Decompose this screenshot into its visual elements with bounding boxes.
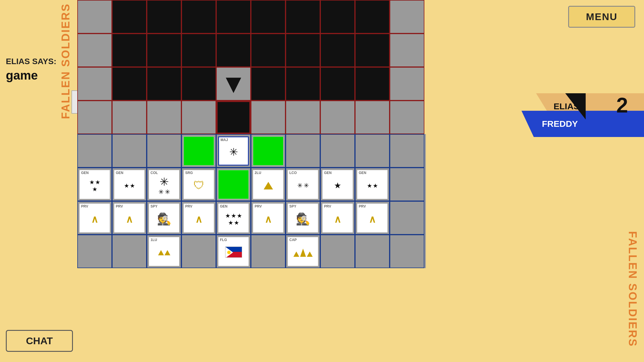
prv-3-icon: ∧ <box>195 213 202 225</box>
flg-icon <box>225 247 242 258</box>
cell-e1-3 <box>181 0 216 34</box>
player-cell-r1-5[interactable] <box>251 134 286 168</box>
prv-0-rank: PRV <box>81 205 88 208</box>
cell-e1-8 <box>355 0 390 34</box>
player-cell-r2-0[interactable]: GEN ★★ ★ <box>77 168 112 201</box>
cell-e3-9 <box>390 67 424 101</box>
cell-nml-7 <box>320 101 355 134</box>
cell-e2-3 <box>181 34 216 67</box>
score-display: 2 <box>616 93 628 117</box>
piece-spy-0[interactable]: SPY 🕵 <box>149 203 179 233</box>
player-cell-r1-4[interactable]: MAJ ✳ <box>216 134 251 168</box>
player-cell-r3-2[interactable]: SPY 🕵 <box>147 201 181 235</box>
player-cell-r4-8 <box>355 235 390 268</box>
gen-2star-b-rank: GEN <box>359 171 366 175</box>
piece-green-2[interactable] <box>253 136 284 166</box>
piece-prv-8[interactable]: PRV ∧ <box>357 203 388 233</box>
player-row-1: MAJ ✳ <box>77 134 426 168</box>
prv-8-icon: ∧ <box>369 213 376 225</box>
spy-0-rank: SPY <box>150 205 158 208</box>
player-cell-r4-6[interactable]: CAP <box>286 235 320 268</box>
player-cell-r2-2[interactable]: COL ✳ ✳✳ <box>147 168 181 201</box>
maj-icon: ✳ <box>229 146 238 158</box>
piece-flg[interactable]: FLG <box>218 237 249 266</box>
player-cell-r2-5[interactable]: 2LU <box>251 168 286 201</box>
player-cell-r3-1[interactable]: PRV ∧ <box>112 201 147 235</box>
piece-prv-7[interactable]: PRV ∧ <box>322 203 353 233</box>
piece-2lu[interactable]: 2LU <box>253 170 284 199</box>
cap-rank: CAP <box>289 238 297 242</box>
piece-green-1[interactable] <box>183 136 214 166</box>
player-cell-r3-6[interactable]: SPY 🕵 <box>286 201 320 235</box>
player-cell-r2-7[interactable]: GEN ★ <box>320 168 355 201</box>
cell-e3-6 <box>286 67 320 101</box>
piece-prv-1[interactable]: PRV ∧ <box>114 203 145 233</box>
player-cell-r1-2 <box>147 134 181 168</box>
player-cell-r3-3[interactable]: PRV ∧ <box>181 201 216 235</box>
piece-prv-5[interactable]: PRV ∧ <box>253 203 284 233</box>
piece-gen-3star[interactable]: GEN ★★ ★ <box>79 170 110 199</box>
cell-e2-7 <box>320 34 355 67</box>
player-cell-r1-6 <box>286 134 320 168</box>
right-sidebar: MENU ELIAS 2 FREDDY FALLEN SOLDIERS <box>426 0 644 362</box>
gen-1star-rank: GEN <box>324 171 332 175</box>
player-cell-r3-5[interactable]: PRV ∧ <box>251 201 286 235</box>
cell-e3-7 <box>320 67 355 101</box>
piece-maj[interactable]: MAJ ✳ <box>218 136 249 166</box>
piece-gen-2star-b[interactable]: GEN ★★ <box>357 170 388 199</box>
piece-gen-5star[interactable]: GEN ★★★ ★★ <box>218 203 249 233</box>
player-cell-r3-9 <box>390 201 424 235</box>
player-cell-r2-4[interactable] <box>216 168 251 201</box>
player-cell-r4-7 <box>320 235 355 268</box>
spy-1-icon: 🕵 <box>296 212 310 226</box>
player-cell-r1-9 <box>390 134 424 168</box>
gen-3star-rank: GEN <box>81 171 89 175</box>
gen-2star-rank: GEN <box>116 171 123 175</box>
cell-e3-4-arrow: ▼ <box>216 67 251 101</box>
piece-lco[interactable]: LCO ✳✳ <box>288 170 318 199</box>
player-cell-r3-0[interactable]: PRV ∧ <box>77 201 112 235</box>
piece-1lu[interactable]: 1LU <box>149 237 179 266</box>
player-cell-r3-8[interactable]: PRV ∧ <box>355 201 390 235</box>
gen-2star-icon: ★★ <box>124 182 135 189</box>
cell-nml-4-selected[interactable] <box>216 101 251 134</box>
player-cell-r2-1[interactable]: GEN ★★ <box>112 168 147 201</box>
player-cell-r1-8 <box>355 134 390 168</box>
chat-button[interactable]: CHAT <box>6 330 73 352</box>
piece-cap[interactable]: CAP <box>288 237 318 266</box>
player-cell-r2-8[interactable]: GEN ★★ <box>355 168 390 201</box>
player-cell-r1-0 <box>77 134 112 168</box>
piece-srg[interactable]: SRG 🛡 <box>183 170 214 199</box>
player-cell-r3-4[interactable]: GEN ★★★ ★★ <box>216 201 251 235</box>
prv-1-icon: ∧ <box>126 213 133 225</box>
piece-prv-3[interactable]: PRV ∧ <box>183 203 214 233</box>
piece-gen-1star[interactable]: GEN ★ <box>322 170 353 199</box>
cell-nml-9 <box>390 101 424 134</box>
prv-1-rank: PRV <box>116 205 123 208</box>
menu-button[interactable]: MENU <box>568 6 635 28</box>
piece-prv-0[interactable]: PRV ∧ <box>79 203 110 233</box>
piece-col[interactable]: COL ✳ ✳✳ <box>149 170 179 199</box>
piece-gen-2star[interactable]: GEN ★★ <box>114 170 145 199</box>
gen-5star-icon: ★★★ ★★ <box>225 212 242 226</box>
enemy-row-3: ▼ <box>77 67 426 101</box>
player-cell-r4-4[interactable]: FLG <box>216 235 251 268</box>
player-cell-r1-3[interactable] <box>181 134 216 168</box>
cell-e2-5 <box>251 34 286 67</box>
player-cell-r3-7[interactable]: PRV ∧ <box>320 201 355 235</box>
cell-e2-8 <box>355 34 390 67</box>
piece-spy-1[interactable]: SPY 🕵 <box>288 203 318 233</box>
player-cell-r2-6[interactable]: LCO ✳✳ <box>286 168 320 201</box>
cell-e1-9 <box>390 0 424 34</box>
piece-green-3[interactable] <box>218 170 249 199</box>
cell-e2-4 <box>216 34 251 67</box>
1lu-rank: 1LU <box>150 238 157 242</box>
cell-nml-1 <box>112 101 147 134</box>
player-cell-r2-3[interactable]: SRG 🛡 <box>181 168 216 201</box>
player-cell-r4-2[interactable]: 1LU <box>147 235 181 268</box>
cell-e3-3 <box>181 67 216 101</box>
cell-nml-8 <box>355 101 390 134</box>
cell-e2-1 <box>112 34 147 67</box>
player-cell-r4-0 <box>77 235 112 268</box>
enemy-row-1 <box>77 0 426 34</box>
